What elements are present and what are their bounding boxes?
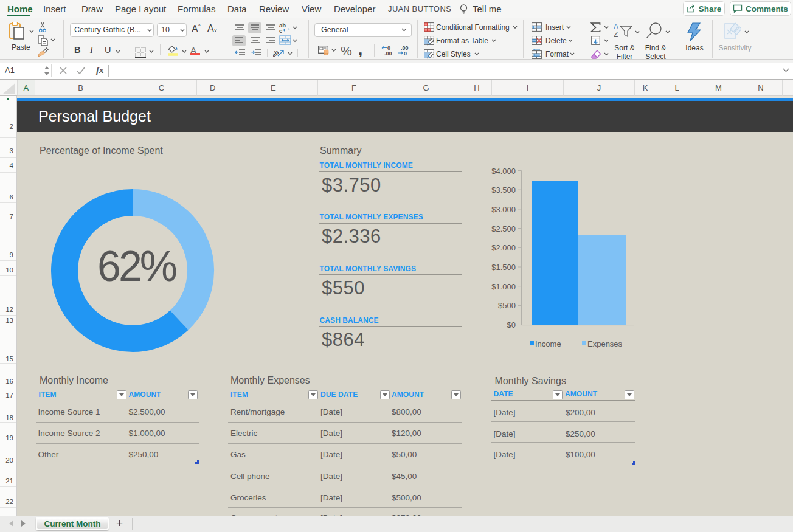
svg-text:A: A [614, 22, 618, 31]
svg-text:c: c [279, 27, 282, 33]
svg-text:ab: ab [273, 49, 280, 58]
svg-text:0: 0 [404, 50, 407, 56]
svg-text:Z: Z [614, 30, 618, 39]
svg-text:.00: .00 [384, 50, 392, 56]
